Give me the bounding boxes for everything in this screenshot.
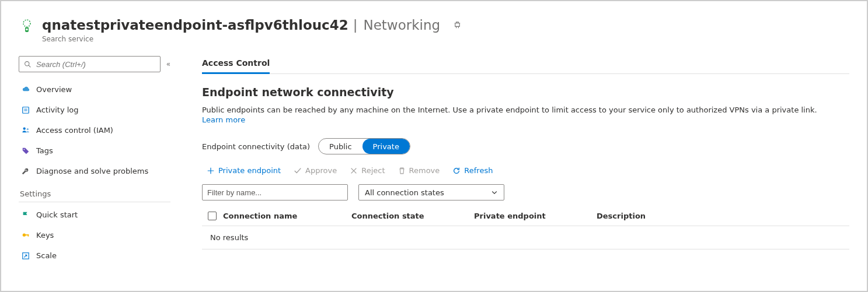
tab-access-control[interactable]: Access Control — [202, 56, 270, 74]
section-description: Public endpoints can be reached by any m… — [202, 105, 849, 114]
connectivity-label: Endpoint connectivity (data) — [202, 142, 310, 151]
col-connection-name: Connection name — [223, 212, 351, 220]
page-section-title: Networking — [363, 17, 440, 33]
svg-line-3 — [29, 65, 30, 67]
table-header: Connection name Connection state Private… — [202, 206, 849, 226]
chevron-down-icon — [491, 189, 498, 196]
sidebar-item-label: Diagnose and solve problems — [36, 167, 148, 175]
sidebar-item-label: Quick start — [36, 210, 78, 219]
connectivity-public[interactable]: Public — [319, 139, 362, 154]
col-private-endpoint: Private endpoint — [474, 212, 597, 220]
sidebar-item-access-control[interactable]: Access control (IAM) — [19, 120, 170, 140]
connection-state-select[interactable]: All connection states — [358, 184, 504, 200]
svg-rect-1 — [26, 29, 27, 30]
svg-point-7 — [23, 128, 25, 130]
wrench-icon — [21, 167, 30, 175]
svg-point-0 — [23, 20, 30, 27]
log-icon — [21, 106, 30, 114]
plus-icon — [207, 167, 215, 175]
sidebar-group-settings: Settings — [19, 189, 170, 202]
filter-name-input[interactable] — [202, 184, 348, 200]
sidebar-item-label: Access control (IAM) — [36, 126, 113, 135]
sidebar-nav: Overview Activity log Access control (IA… — [19, 79, 170, 266]
toolbar: Private endpoint Approve Reject Remove R… — [202, 166, 849, 175]
sidebar-item-label: Scale — [36, 251, 57, 260]
sidebar-item-scale[interactable]: Scale — [19, 245, 170, 266]
main-content: Access Control Endpoint network connecti… — [170, 56, 849, 289]
svg-rect-4 — [23, 107, 29, 113]
search-service-icon — [19, 17, 35, 34]
scale-icon — [21, 252, 30, 260]
reject-button: Reject — [350, 166, 385, 175]
sidebar-search[interactable] — [19, 56, 161, 72]
svg-point-9 — [24, 149, 25, 150]
sidebar-item-label: Activity log — [36, 105, 79, 114]
approve-button: Approve — [294, 166, 337, 175]
sidebar-item-label: Keys — [36, 231, 54, 240]
sidebar-item-label: Overview — [36, 85, 72, 94]
pin-button[interactable] — [453, 21, 462, 30]
collapse-sidebar-button[interactable]: « — [166, 60, 170, 68]
table-empty-state: No results — [202, 226, 849, 249]
learn-more-link[interactable]: Learn more — [202, 115, 245, 124]
sidebar-item-tags[interactable]: Tags — [19, 140, 170, 161]
sidebar-item-overview[interactable]: Overview — [19, 79, 170, 100]
connectivity-toggle: Public Private — [318, 138, 410, 154]
sidebar: « Overview Activity log Access control (… — [19, 56, 170, 289]
search-icon — [24, 61, 32, 68]
svg-point-8 — [26, 128, 28, 130]
remove-button: Remove — [398, 166, 440, 175]
endpoints-table: Connection name Connection state Private… — [202, 206, 849, 249]
svg-point-2 — [25, 61, 29, 65]
flag-icon — [21, 211, 30, 219]
resource-type: Search service — [42, 35, 462, 43]
connectivity-private[interactable]: Private — [362, 139, 410, 154]
select-all-checkbox[interactable] — [208, 212, 217, 220]
iam-icon — [21, 126, 30, 135]
refresh-icon — [452, 167, 461, 175]
svg-rect-12 — [28, 234, 29, 237]
page-header: qnatestprivateendpoint-asflpv6thlouc42 |… — [19, 17, 849, 43]
x-icon — [350, 167, 358, 175]
col-connection-state: Connection state — [351, 212, 474, 220]
sidebar-item-keys[interactable]: Keys — [19, 225, 170, 245]
search-input[interactable] — [35, 59, 155, 69]
resource-name: qnatestprivateendpoint-asflpv6thlouc42 — [42, 19, 348, 32]
key-icon — [21, 231, 30, 240]
tab-bar: Access Control — [202, 56, 849, 74]
sidebar-item-quick-start[interactable]: Quick start — [19, 205, 170, 225]
add-private-endpoint-button[interactable]: Private endpoint — [207, 166, 281, 175]
tag-icon — [21, 147, 30, 155]
sidebar-item-activity-log[interactable]: Activity log — [19, 100, 170, 120]
col-description: Description — [597, 212, 849, 220]
sidebar-item-label: Tags — [36, 146, 53, 155]
trash-icon — [398, 167, 406, 175]
check-icon — [294, 167, 302, 175]
title-separator: | — [353, 17, 358, 33]
sidebar-item-diagnose[interactable]: Diagnose and solve problems — [19, 161, 170, 181]
refresh-button[interactable]: Refresh — [452, 166, 493, 175]
cloud-icon — [21, 85, 30, 94]
section-heading: Endpoint network connectivity — [202, 86, 849, 98]
